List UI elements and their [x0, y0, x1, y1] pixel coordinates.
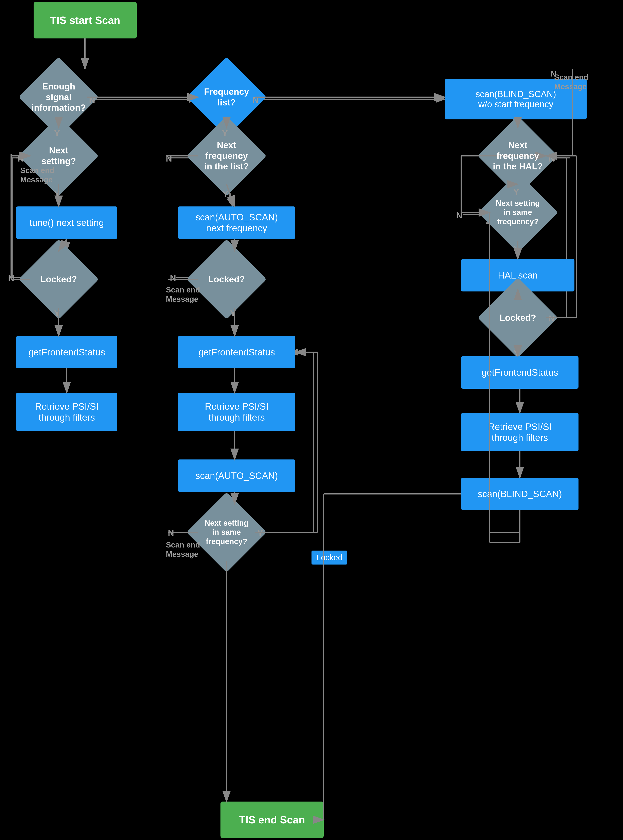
label-scan-end-4: Scan endMessage [554, 73, 588, 91]
locked-right-diamond: Locked? [490, 289, 546, 346]
label-n-next-freq-list: N [166, 154, 172, 163]
label-scan-end-1: Scan endMessage [20, 166, 54, 185]
label-scan-end-3: Scan endMessage [166, 540, 200, 559]
label-y1: Y [54, 129, 60, 138]
label-scan-end-2: Scan endMessage [166, 285, 200, 304]
label-y-locked-left: Y [54, 309, 60, 318]
blind-scan-right: scan(BLIND_SCAN) [461, 478, 578, 510]
label-y2: Y [222, 129, 228, 138]
get-frontend-status-right: getFrontendStatus [461, 356, 578, 389]
label-y-next-setting-same-mid: Y [257, 528, 263, 538]
label-y-next-setting: Y [54, 189, 60, 199]
retrieve-psi-right: Retrieve PSI/SIthrough filters [461, 413, 578, 451]
label-n-locked-right: N [549, 314, 555, 323]
locked-mid-diamond: Locked? [198, 251, 255, 308]
label-y-locked-right: Y [513, 348, 519, 358]
label-n-locked-left: N [8, 273, 14, 283]
label-y-next-freq-list: Y [222, 189, 228, 199]
auto-scan-next-freq: scan(AUTO_SCAN)next frequency [178, 206, 295, 239]
label-n-next-setting: N [18, 154, 24, 163]
label-y3: Y [513, 187, 519, 197]
next-setting-same-freq-mid: Next setting in same frequency? [198, 504, 255, 561]
label-n3: N [549, 154, 555, 163]
get-frontend-status-left: getFrontendStatus [16, 336, 117, 368]
label-y-next-setting-same-right: Y [513, 244, 519, 254]
label-y-locked-mid: Y [230, 309, 236, 318]
locked-badge: Locked [312, 551, 347, 565]
label-n-next-setting-same-mid: N [168, 528, 174, 538]
get-frontend-status-mid: getFrontendStatus [178, 336, 295, 368]
auto-scan-mid: scan(AUTO_SCAN) [178, 460, 295, 492]
retrieve-psi-mid: Retrieve PSI/SIthrough filters [178, 393, 295, 431]
tune-next-setting: tune() next setting [16, 206, 117, 239]
retrieve-psi-left: Retrieve PSI/SIthrough filters [16, 393, 117, 431]
label-n-next-setting-same-right: N [456, 211, 462, 220]
tis-end-scan: TIS end Scan [221, 802, 324, 838]
label-n-locked-mid: N [170, 273, 176, 283]
tis-start-scan: TIS start Scan [34, 2, 137, 38]
locked-left-diamond: Locked? [30, 251, 87, 308]
label-n1: N [89, 95, 95, 105]
